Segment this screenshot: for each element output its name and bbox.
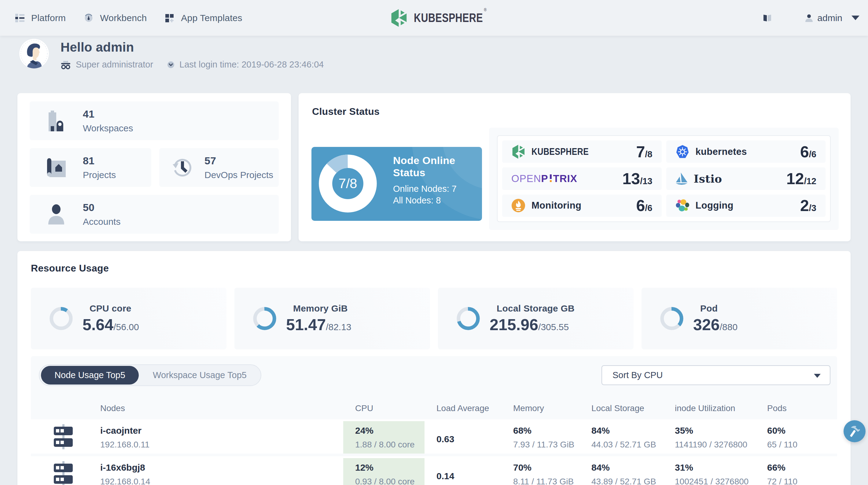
meter-pod: Pod 326/880 <box>642 288 837 349</box>
cluster-status-card: Cluster Status 7/8 Node Online Status On… <box>299 93 850 241</box>
exclamation-bar <box>550 174 552 179</box>
meter-storage: Local Storage GB 215.96/305.55 <box>438 288 633 349</box>
select-caret-icon <box>814 374 820 378</box>
cpu-donut <box>50 307 73 330</box>
stat-label: Accounts <box>83 217 120 227</box>
table-row[interactable]: i-caojnter 192.168.0.11 24% 1.88 / 8.00 … <box>31 419 837 454</box>
stat-label: DevOps Projects <box>205 170 273 180</box>
node-online-ratio: 7/8 <box>319 155 377 213</box>
meter-used: 51.47 <box>286 316 326 333</box>
node-usage-panel: Node Usage Top5 Workspace Usage Top5 Sor… <box>31 356 837 485</box>
registered-mark: ® <box>484 7 487 12</box>
stat-value: 81 <box>83 155 116 167</box>
docs-book-icon[interactable] <box>763 14 771 22</box>
kubesphere-logo[interactable]: KUBESPHERE® <box>391 9 506 27</box>
col-storage: Local Storage <box>591 404 644 413</box>
component-monitoring[interactable]: Monitoring 6/6 <box>502 195 662 217</box>
projects-icon <box>47 158 66 177</box>
node-ip: 192.168.0.11 <box>100 440 150 450</box>
node-name[interactable]: i-16x6bgj8 <box>100 462 150 473</box>
component-name: Logging <box>695 200 734 211</box>
component-name: Istio <box>694 172 722 185</box>
component-istio[interactable]: Istio 12/12 <box>666 167 826 190</box>
user-icon <box>805 14 813 22</box>
meter-value-row: 51.47/82.13 <box>286 316 351 334</box>
nav-item-workbench[interactable]: Workbench <box>84 13 147 23</box>
role-icon <box>61 60 71 70</box>
node-name-cell: i-16x6bgj8 192.168.0.14 <box>100 462 150 485</box>
openpitrix-open-text: OPEN <box>511 173 541 185</box>
component-value: 12 <box>786 170 804 188</box>
meter-text: CPU core 5.64/56.00 <box>83 303 139 334</box>
local-storage-cell: 84% 43.89 / 52.71 GB <box>591 462 656 485</box>
memory-value: 70% <box>513 462 574 473</box>
component-total: /6 <box>809 149 816 159</box>
component-value: 6 <box>636 197 645 215</box>
logo-wordmark: KUBESPHERE® <box>414 11 486 25</box>
meter-total: /56.00 <box>114 322 139 332</box>
stat-value: 57 <box>205 155 273 167</box>
meter-value-row: 326/880 <box>693 316 738 334</box>
hero-text: Hello admin Super administrator Last log… <box>61 40 324 70</box>
nav-menu: Platform Workbench App Templates <box>15 0 261 36</box>
pods-cell: 60% 65 / 110 <box>767 425 797 450</box>
cpu-value: 12% <box>355 462 415 473</box>
component-logging[interactable]: Logging 2/3 <box>666 195 826 217</box>
openpitrix-trix-text: TRIX <box>553 173 577 185</box>
tab-node-usage[interactable]: Node Usage Top5 <box>41 366 139 385</box>
nav-item-platform[interactable]: Platform <box>15 13 66 23</box>
platform-icon <box>15 13 25 23</box>
col-inode: inode Utilization <box>675 404 735 413</box>
component-openpitrix[interactable]: OPENPTRIX 13/13 <box>502 167 662 190</box>
nav-item-label: App Templates <box>181 13 242 23</box>
stat-projects[interactable]: 81 Projects <box>30 148 151 187</box>
stat-devops[interactable]: 57 DevOps Projects <box>159 148 279 187</box>
username[interactable]: admin <box>817 13 842 23</box>
pods-value: 60% <box>767 425 797 436</box>
col-memory: Memory <box>513 404 544 413</box>
openpitrix-p-text: P <box>541 173 548 185</box>
nav-item-app-templates[interactable]: App Templates <box>165 13 242 23</box>
stat-label: Workspaces <box>83 123 133 133</box>
col-cpu: CPU <box>355 404 373 413</box>
app-templates-icon <box>165 13 174 23</box>
tab-workspace-usage[interactable]: Workspace Usage Top5 <box>139 365 261 385</box>
page-title: Hello admin <box>61 40 324 55</box>
memory-value: 68% <box>513 425 574 436</box>
table-row[interactable]: i-16x6bgj8 192.168.0.14 12% 0.93 / 8.00 … <box>31 456 837 485</box>
all-nodes-line: All Nodes: 8 <box>393 195 457 205</box>
component-value-box: 12/12 <box>786 169 816 188</box>
stat-accounts[interactable]: 50 Accounts <box>30 195 279 234</box>
node-name[interactable]: i-caojnter <box>100 425 150 436</box>
component-value: 7 <box>636 143 645 161</box>
stat-text: 41 Workspaces <box>83 108 133 133</box>
component-value: 2 <box>800 197 809 215</box>
stat-workspaces[interactable]: 41 Workspaces <box>30 101 279 140</box>
inode-sub: 1002451 / 3276800 <box>675 477 748 485</box>
node-icon <box>54 461 73 485</box>
meter-used: 5.64 <box>83 316 114 333</box>
avatar <box>19 39 49 68</box>
user-menu-caret-icon[interactable] <box>851 15 860 20</box>
toolbox-button[interactable] <box>843 420 866 442</box>
load-value: 0.14 <box>436 471 454 481</box>
component-total: /6 <box>645 203 652 213</box>
meter-text: Pod 326/880 <box>693 303 738 334</box>
meter-value-row: 215.96/305.55 <box>490 316 575 334</box>
stat-value: 50 <box>83 201 120 214</box>
component-value-box: 13/13 <box>622 169 652 188</box>
online-nodes-line: Online Nodes: 7 <box>393 184 457 194</box>
node-online-donut: 7/8 <box>319 155 377 213</box>
cluster-status-title: Cluster Status <box>312 106 380 117</box>
components-panel: KUBESPHERE 7/8 <box>489 128 839 230</box>
last-login-label: Last login time: 2019-06-28 23:46:04 <box>179 60 324 70</box>
sort-by-select[interactable]: Sort By CPU <box>601 365 830 385</box>
component-name: Monitoring <box>531 200 581 211</box>
component-kubernetes[interactable]: kubernetes 6/6 <box>666 140 826 163</box>
load-average-cell: 0.14 <box>436 471 454 481</box>
component-name: kubernetes <box>695 146 747 157</box>
component-total: /12 <box>804 176 816 186</box>
meter-memory: Memory GiB 51.47/82.13 <box>235 288 430 349</box>
component-kubesphere[interactable]: KUBESPHERE 7/8 <box>502 140 662 163</box>
load-value: 0.63 <box>436 434 454 444</box>
